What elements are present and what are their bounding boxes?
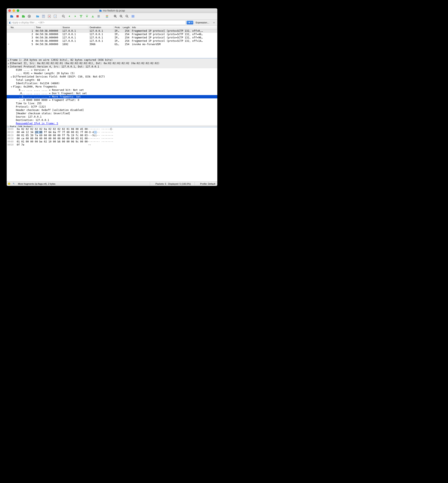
status-packet-count: Packets: 5 · Displayed: 5 (100.0%) — [155, 182, 192, 185]
hex-ascii[interactable]: ········ ········ — [88, 137, 121, 140]
tree-item[interactable]: Source: 127.0.0.1 — [7, 115, 217, 119]
svg-rect-0 — [16, 15, 19, 17]
tree-item[interactable]: Total Length: 68 — [7, 78, 217, 82]
tree-toggle-icon[interactable]: ▼ — [10, 86, 13, 88]
tree-item[interactable]: [Header checksum status: Unverified] — [7, 112, 217, 115]
go-to-last-button[interactable] — [90, 14, 95, 19]
col-header-length[interactable]: Length — [121, 26, 131, 29]
col-header-destination[interactable]: Destination — [88, 26, 113, 29]
tree-item[interactable]: 0... .... .... .... = Reserved bit: Not … — [7, 88, 217, 92]
expert-info-button[interactable] — [8, 182, 10, 185]
find-packet-button[interactable] — [61, 14, 66, 19]
zoom-reset-button[interactable]: = — [125, 14, 129, 19]
tree-item[interactable]: Protocol: SCTP (132) — [7, 105, 217, 108]
hex-row[interactable]: 001000 44 12 34 20 00 ff 84 8a ff 7f 00 … — [8, 131, 216, 134]
hex-ascii[interactable]: ·~ — [88, 143, 121, 146]
tree-item[interactable]: ▼Internet Protocol Version 4, Src: 127.0… — [7, 65, 217, 68]
packet-row[interactable]: •504:50:38.00000016923966GS…254invoke mo… — [7, 43, 217, 46]
hex-row[interactable]: 002000 01 05 39 7a 69 00 00 00 00 ff fb … — [8, 134, 216, 137]
go-to-first-button[interactable] — [84, 14, 89, 19]
save-file-button[interactable] — [41, 14, 46, 19]
col-header-info[interactable]: Info — [131, 26, 217, 29]
packet-row[interactable]: 104:50:38.000000127.0.0.1127.0.0.1IP…254… — [7, 30, 217, 33]
col-header-time[interactable]: Time — [34, 26, 61, 29]
packet-bytes-pane[interactable]: 00000a 02 02 02 02 02 0a 02 02 02 02 01 … — [7, 127, 217, 181]
tree-item[interactable]: .... 0101 = Header Length: 20 bytes (5) — [7, 72, 217, 75]
hex-bytes[interactable]: 00 44 12 34 20 00 ff 84 8a ff 7f 00 00 0… — [17, 131, 88, 134]
tree-toggle-icon[interactable]: ▼ — [7, 66, 10, 68]
packet-details-pane[interactable]: ▶Frame 1: 254 bytes on wire (2032 bits),… — [7, 58, 217, 127]
tree-toggle-icon[interactable]: ▶ — [7, 59, 10, 61]
stop-capture-button[interactable] — [15, 14, 20, 19]
reload-file-button[interactable] — [53, 14, 58, 19]
hex-row[interactable]: 004001 01 00 00 00 be 02 10 00 b6 00 00 … — [8, 140, 216, 143]
display-filter-field[interactable]: ◧ — [8, 20, 186, 25]
go-to-packet-button[interactable] — [79, 14, 84, 19]
hex-ascii[interactable]: ···9zi·· ········ — [88, 134, 121, 137]
tree-item[interactable]: ▶Frame 1: 254 bytes on wire (2032 bits),… — [7, 58, 217, 62]
restart-capture-button[interactable] — [21, 14, 26, 19]
tree-item[interactable]: Header checksum: 0x8aff [validation disa… — [7, 108, 217, 112]
hex-ascii[interactable]: ·D·4 ··· ········ — [88, 131, 121, 134]
apply-filter-button[interactable]: ▾ — [187, 21, 193, 24]
zoom-in-button[interactable] — [113, 14, 118, 19]
add-filter-button[interactable]: + — [212, 21, 216, 24]
packet-list-header[interactable]: No. Time Source Destination Protc Length… — [7, 26, 217, 30]
resize-columns-button[interactable] — [130, 14, 136, 19]
title-text: mo-fwdsm-ip.pcap — [103, 9, 125, 12]
tree-item[interactable]: Destination: 127.0.0.1 — [7, 119, 217, 122]
tree-item[interactable]: ...0 0000 0000 0000 = Fragment offset: 0 — [7, 98, 217, 102]
auto-scroll-button[interactable] — [96, 14, 101, 19]
colorize-button[interactable] — [104, 14, 110, 19]
tree-item[interactable]: ▶Differentiated Services Field: 0x00 (DS… — [7, 75, 217, 78]
tree-item[interactable]: ..1. .... .... .... = More fragments: Se… — [7, 95, 217, 98]
go-forward-button[interactable] — [73, 14, 78, 19]
bookmark-icon[interactable]: ◧ — [9, 21, 11, 24]
packet-row[interactable]: 304:50:38.000000127.0.0.1127.0.0.1IP…254… — [7, 36, 217, 40]
hex-row[interactable]: 003000 ce 00 00 00 00 00 00 00 00 00 00 … — [8, 137, 216, 140]
start-capture-button[interactable] — [9, 14, 14, 19]
go-back-button[interactable] — [67, 14, 72, 19]
expression-button[interactable]: Expression… — [194, 21, 211, 24]
capture-options-button[interactable] — [27, 14, 32, 19]
hex-bytes[interactable]: 00 ce 00 00 00 00 00 00 00 00 00 00 00 0… — [17, 137, 88, 140]
tree-item[interactable]: 0100 .... = Version: 4 — [7, 68, 217, 72]
hex-row[interactable]: 00000a 02 02 02 02 02 0a 02 02 02 02 01 … — [8, 128, 216, 131]
tree-label: Total Length: 68 — [16, 79, 40, 81]
tree-item[interactable]: ▶Data (48 bytes) — [7, 125, 217, 127]
tree-item[interactable]: ▶Ethernet II, Src: 0a:02:02:02:02:01 (0a… — [7, 62, 217, 65]
tree-item[interactable]: Reassembled IPv4 in frame: 5 — [7, 122, 217, 125]
tree-item[interactable]: Time to live: 255 — [7, 102, 217, 105]
svg-rect-18 — [106, 16, 108, 17]
col-header-no[interactable]: No. — [9, 26, 34, 29]
tree-toggle-icon[interactable]: ▶ — [10, 76, 13, 78]
tree-item[interactable]: ▼Flags: 0x2000, More fragments — [7, 85, 217, 88]
tree-toggle-icon[interactable]: ▶ — [7, 62, 10, 64]
open-file-button[interactable] — [35, 14, 40, 19]
svg-rect-3 — [42, 15, 45, 18]
tree-item[interactable]: Identification: 0x1234 (4660) — [7, 82, 217, 85]
hex-bytes[interactable]: 0a 02 02 02 02 02 0a 02 02 02 02 01 08 0… — [17, 128, 88, 131]
close-file-button[interactable] — [47, 14, 52, 19]
zoom-out-button[interactable] — [119, 14, 124, 19]
tree-link[interactable]: Reassembled IPv4 in frame: 5 — [16, 122, 58, 125]
titlebar[interactable]: mo-fwdsm-ip.pcap — [7, 8, 217, 13]
hex-bytes[interactable]: 00 01 05 39 7a 69 00 00 00 00 ff fb 19 f… — [17, 134, 88, 137]
col-header-protocol[interactable]: Protc — [113, 26, 121, 29]
tree-label: Data (48 bytes) — [10, 125, 32, 127]
packet-list-pane[interactable]: No. Time Source Destination Protc Length… — [7, 26, 217, 58]
tree-item[interactable]: .0.. .... .... .... = Don't fragment: No… — [7, 92, 217, 95]
col-header-source[interactable]: Source — [61, 26, 88, 29]
edit-capture-comment-icon[interactable]: ✎ — [12, 182, 16, 185]
packet-row[interactable]: 404:50:38.000000127.0.0.1127.0.0.1IP…254… — [7, 40, 217, 43]
tree-toggle-icon[interactable]: ▶ — [7, 126, 10, 127]
status-profile[interactable]: Profile: Default — [199, 182, 216, 185]
hex-ascii[interactable]: ········ ······E· — [88, 128, 121, 131]
hex-bytes[interactable]: 01 01 00 00 00 be 02 10 00 b6 00 00 06 9… — [17, 140, 88, 143]
packet-row[interactable]: 204:50:38.000000127.0.0.1127.0.0.1IP…254… — [7, 33, 217, 36]
display-filter-input[interactable] — [12, 21, 185, 24]
hex-bytes[interactable]: 0f 7e — [17, 143, 88, 146]
status-field-info: More fragments (ip.flags.mf), 2 bytes — [17, 182, 56, 185]
hex-ascii[interactable]: ········ ········ — [88, 140, 121, 143]
hex-row[interactable]: 00500f 7e·~ — [8, 143, 216, 146]
